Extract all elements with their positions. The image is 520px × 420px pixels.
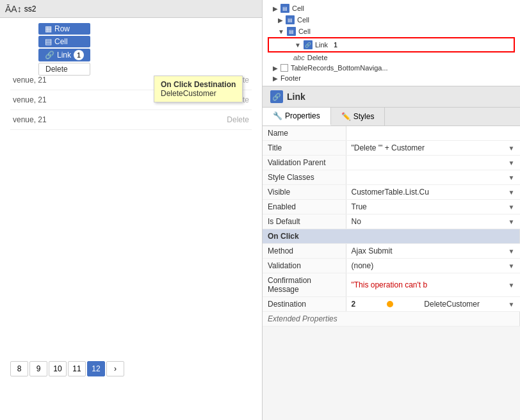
dropdown-arrow[interactable]: ▼: [508, 189, 515, 196]
prop-validation2-value[interactable]: (none) ▼: [346, 259, 520, 273]
prop-isdefault-row: Is Default No ▼: [263, 214, 520, 229]
orange-dot: [387, 301, 393, 307]
page-9[interactable]: 9: [29, 361, 47, 376]
tab-properties-label: Properties: [285, 111, 320, 120]
prop-extended-row: Extended Properties: [263, 312, 520, 327]
row-button[interactable]: ▦ Row: [38, 23, 90, 35]
tooltip-title: On Click Destination: [161, 80, 236, 89]
prop-enabled-row: Enabled True ▼: [263, 200, 520, 214]
link-label: Link: [315, 41, 328, 49]
dropdown-arrow[interactable]: ▼: [508, 301, 515, 308]
prop-title-value[interactable]: "Delete '" + Customer ▼: [346, 141, 520, 156]
dropdown-arrow[interactable]: ▼: [508, 282, 515, 289]
badge-1: 1: [74, 50, 84, 60]
prop-method-value[interactable]: Ajax Submit ▼: [346, 244, 520, 259]
tree-tablerecords[interactable]: ▶ TableRecords_BottomNaviga...: [268, 63, 515, 73]
properties-icon: 🔧: [273, 111, 282, 120]
expand-arrow: ▶: [273, 65, 278, 72]
properties-table: Name Title "Delete '" + Customer ▼ Valid…: [263, 126, 520, 327]
prop-validation-label: Validation Parent: [263, 156, 346, 170]
tree-delete-label: abc Delete: [268, 52, 515, 63]
dropdown-arrow[interactable]: ▼: [508, 204, 515, 211]
prop-validation-value[interactable]: ▼: [346, 156, 520, 170]
checkbox-icon: [280, 64, 288, 72]
page-10[interactable]: 10: [49, 361, 67, 376]
left-panel: ĀA↕ ss2 ▦ Row ▤ Cell 🔗 Link 1 Delete On …: [0, 0, 263, 420]
confirmation-text: "This operation can't b: [352, 280, 428, 289]
delete-label: Delete: [307, 54, 328, 61]
link-header-title: Link: [287, 92, 305, 102]
footer-label: Footer: [280, 74, 301, 82]
cell-icon: ▤: [287, 27, 296, 36]
prop-destination-value[interactable]: 2 DeleteCustomer ▼: [346, 297, 520, 312]
validation2-text: (none): [352, 261, 374, 270]
styles-icon: ✏️: [341, 112, 351, 121]
prop-enabled-value[interactable]: True ▼: [346, 200, 520, 214]
tooltip: On Click Destination DeleteCustomer: [154, 76, 243, 102]
top-bar: ĀA↕ ss2: [0, 0, 262, 18]
prop-styleclasses-value[interactable]: ▼: [346, 170, 520, 185]
collapse-arrow: ▼: [295, 42, 301, 49]
link-button[interactable]: 🔗 Link 1: [38, 49, 90, 61]
expand-arrow: ▶: [273, 5, 278, 12]
prop-enabled-label: Enabled: [263, 200, 346, 214]
tablerecords-label: TableRecords_BottomNaviga...: [291, 64, 388, 72]
prop-validation2-row: Validation (none) ▼: [263, 259, 520, 273]
badge-2: 2: [352, 300, 356, 309]
prop-title-label: Title: [263, 141, 346, 156]
page-12[interactable]: 12: [87, 361, 105, 376]
tree-cell-1[interactable]: ▶ ▤ Cell: [268, 3, 515, 14]
dropdown-arrow[interactable]: ▼: [508, 159, 515, 166]
dropdown-arrow[interactable]: ▼: [508, 218, 515, 225]
address-text: venue, 21: [13, 76, 47, 85]
on-click-section-row: On Click: [263, 229, 520, 244]
prop-isdefault-label: Is Default: [263, 214, 346, 229]
properties-panel: Name Title "Delete '" + Customer ▼ Valid…: [263, 126, 520, 420]
prop-confirmation-label: Confirmation Message: [263, 273, 346, 297]
prop-method-label: Method: [263, 244, 346, 259]
link-icon: 🔗: [304, 40, 313, 49]
dropdown-arrow[interactable]: ▼: [508, 145, 515, 152]
enabled-text: True: [352, 202, 367, 211]
cell-label: Cell: [298, 28, 311, 35]
destination-text: DeleteCustomer: [424, 300, 480, 309]
prop-isdefault-value[interactable]: No ▼: [346, 214, 520, 229]
dropdown-arrow[interactable]: ▼: [508, 174, 515, 181]
badge-1: 1: [330, 40, 341, 50]
tab-properties[interactable]: 🔧 Properties: [263, 108, 331, 125]
prop-destination-label: Destination: [263, 297, 346, 312]
prop-styleclasses-row: Style Classes ▼: [263, 170, 520, 185]
sort-label: ss2: [24, 4, 37, 13]
delete-link[interactable]: Delete: [227, 115, 249, 124]
prop-name-value[interactable]: [346, 126, 520, 141]
page-next[interactable]: ›: [106, 361, 124, 376]
link-header: 🔗 Link: [263, 86, 520, 108]
abc-label: abc: [293, 54, 305, 61]
cell-label: Cell: [292, 4, 304, 12]
link-header-icon: 🔗: [270, 90, 283, 103]
page-11[interactable]: 11: [68, 361, 86, 376]
prop-name-label: Name: [263, 126, 346, 141]
cell-button[interactable]: ▤ Cell: [38, 36, 90, 47]
link-icon: 🔗: [45, 51, 54, 60]
tooltip-value: DeleteCustomer: [161, 89, 236, 98]
tree-cell-3[interactable]: ▼ ▤ Cell: [268, 26, 515, 37]
prop-confirmation-value[interactable]: "This operation can't b ▼: [346, 273, 520, 297]
right-tree: ▶ ▤ Cell ▶ ▤ Cell ▼ ▤ Cell ▼ 🔗 Link 1 ab…: [263, 0, 520, 86]
on-click-section-header: On Click: [263, 229, 520, 244]
tab-styles[interactable]: ✏️ Styles: [331, 108, 386, 125]
prop-visible-label: Visible: [263, 185, 346, 200]
prop-title-row: Title "Delete '" + Customer ▼: [263, 141, 520, 156]
prop-visible-value[interactable]: CustomerTable.List.Cu ▼: [346, 185, 520, 200]
tree-cell-2[interactable]: ▶ ▤ Cell: [268, 14, 515, 26]
tree-footer[interactable]: ▶ Footer: [268, 73, 515, 83]
name-input[interactable]: [352, 129, 515, 138]
sort-icon: ĀA↕: [5, 4, 22, 14]
page-8[interactable]: 8: [10, 361, 28, 376]
visible-text: CustomerTable.List.Cu: [352, 188, 429, 197]
right-panel: ▶ ▤ Cell ▶ ▤ Cell ▼ ▤ Cell ▼ 🔗 Link 1 ab…: [263, 0, 520, 420]
dropdown-arrow[interactable]: ▼: [508, 262, 515, 270]
tree-link-highlighted[interactable]: ▼ 🔗 Link 1: [268, 37, 515, 52]
dropdown-arrow[interactable]: ▼: [508, 248, 515, 255]
extended-label: Extended Properties: [263, 312, 520, 327]
